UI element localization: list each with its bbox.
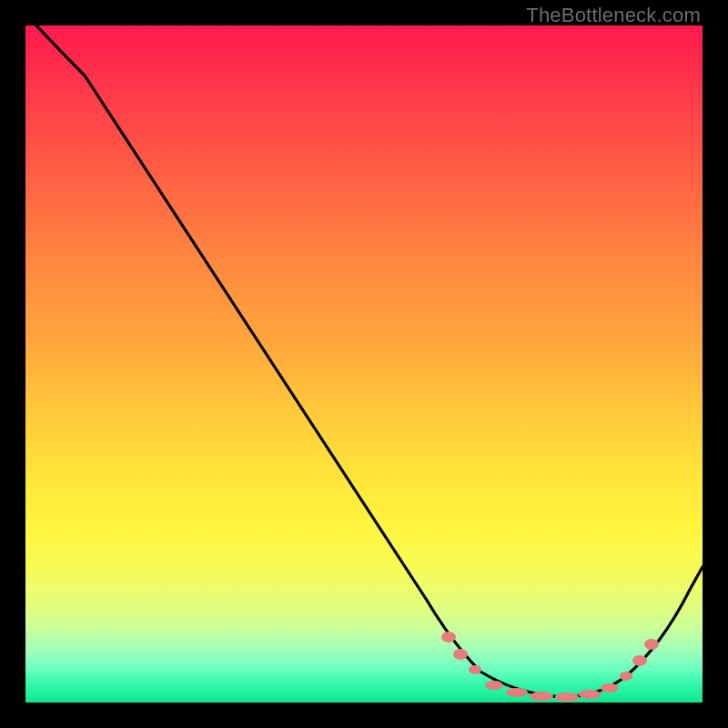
marker-dot (485, 681, 503, 690)
marker-dot (441, 632, 456, 642)
marker-dot (506, 688, 528, 697)
bottleneck-curve-svg (25, 25, 703, 703)
marker-dot (453, 649, 468, 660)
marker-dot (530, 692, 553, 701)
gradient-plot-area (25, 25, 703, 703)
marker-dot (620, 672, 632, 681)
watermark-text: TheBottleneck.com (526, 4, 701, 27)
marker-dot (555, 693, 579, 702)
marker-dot (469, 665, 481, 674)
marker-dot (601, 683, 619, 693)
marker-dot (632, 655, 647, 666)
bottleneck-curve-path (36, 25, 703, 697)
chart-frame: TheBottleneck.com (0, 0, 728, 728)
marker-dot (644, 639, 659, 650)
marker-dot (579, 690, 601, 699)
optimal-range-markers (441, 632, 659, 702)
